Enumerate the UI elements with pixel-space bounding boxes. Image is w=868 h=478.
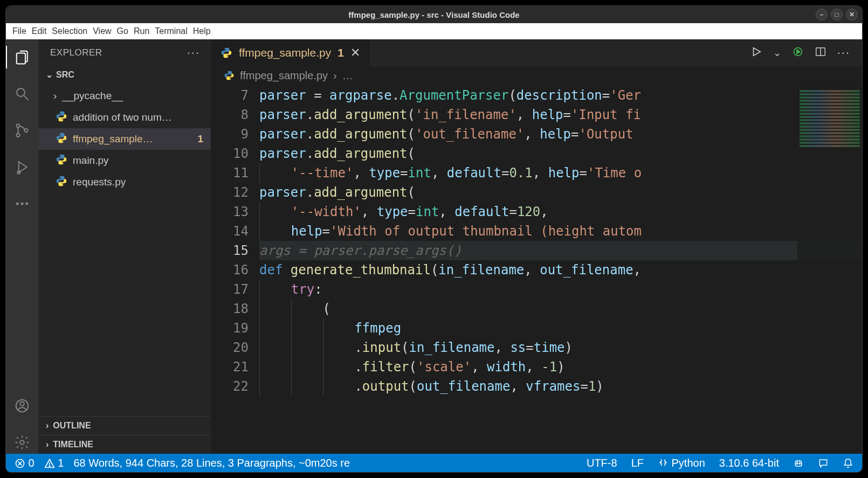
tree-file[interactable]: main.py (38, 150, 211, 171)
source-control-activity-icon[interactable] (6, 119, 38, 142)
run-debug-activity-icon[interactable] (6, 156, 38, 178)
breadcrumb-separator: › (333, 70, 337, 82)
tab-badge: 1 (337, 46, 344, 59)
tree-item-label: requests.py (73, 176, 211, 188)
maximize-button[interactable]: □ (831, 9, 843, 20)
menu-help[interactable]: Help (193, 26, 211, 36)
python-file-icon (56, 132, 67, 147)
coverage-icon[interactable] (792, 46, 804, 60)
feedback-icon[interactable] (818, 457, 829, 469)
tab-label: ffmpeg_sample.py (239, 46, 331, 59)
menu-go[interactable]: Go (117, 26, 128, 36)
status-doc-stats[interactable]: 68 Words, 944 Chars, 28 Lines, 3 Paragra… (73, 457, 350, 469)
title-bar[interactable]: ffmpeg_sample.py - src - Visual Studio C… (6, 6, 862, 23)
errors-count: 0 (29, 457, 35, 469)
status-bar: 0 1 68 Words, 944 Chars, 28 Lines, 3 Par… (6, 454, 862, 472)
minimap[interactable] (797, 85, 862, 454)
menu-file[interactable]: File (12, 26, 26, 36)
tree-item-label: main.py (73, 155, 211, 167)
python-file-icon (56, 110, 67, 125)
minimize-button[interactable]: – (816, 9, 828, 20)
explorer-activity-icon[interactable] (6, 46, 38, 68)
menu-terminal[interactable]: Terminal (155, 26, 187, 36)
python-file-icon (56, 154, 67, 168)
activity-bar (6, 39, 38, 454)
search-activity-icon[interactable] (6, 82, 38, 105)
chevron-down-icon: ⌄ (46, 70, 53, 80)
tree-item-label: addition of two num… (73, 112, 211, 123)
svg-point-11 (20, 402, 24, 406)
code-editor[interactable]: 78910111213141516171819202122 parser = a… (211, 85, 862, 454)
tree-file[interactable]: requests.py (38, 171, 211, 193)
status-encoding[interactable]: UTF-8 (587, 457, 617, 469)
python-file-icon (224, 70, 235, 81)
svg-marker-5 (19, 162, 27, 172)
tree-item-label: __pycache__ (62, 90, 211, 102)
editor-tab-ffmpeg[interactable]: ffmpeg_sample.py 1 ✕ (211, 39, 370, 66)
breadcrumb-file: ffmpeg_sample.py (240, 70, 328, 82)
file-tree: ›__pycache__addition of two num…ffmpeg_s… (38, 83, 211, 193)
status-eol[interactable]: LF (631, 457, 644, 469)
outline-section[interactable]: › OUTLINE (38, 416, 211, 435)
status-interpreter[interactable]: 3.10.6 64-bit (719, 457, 779, 469)
explorer-more-icon[interactable]: ··· (187, 46, 200, 60)
menu-run[interactable]: Run (134, 26, 149, 36)
status-errors[interactable]: 0 (15, 457, 35, 469)
code-content[interactable]: parser = argparse.ArgumentParser(descrip… (259, 85, 862, 454)
run-file-icon[interactable] (750, 46, 762, 60)
editor-more-icon[interactable]: ··· (837, 46, 850, 60)
svg-point-7 (16, 203, 19, 205)
breadcrumb-rest: … (342, 70, 353, 82)
chevron-right-icon: › (46, 440, 49, 449)
explorer-root-label: SRC (56, 70, 74, 80)
run-dropdown-icon[interactable]: ⌄ (773, 47, 781, 59)
timeline-section[interactable]: › TIMELINE (38, 435, 211, 454)
explorer-title: EXPLORER (50, 47, 102, 58)
menu-bar: FileEditSelectionViewGoRunTerminalHelp (6, 23, 862, 39)
svg-point-3 (16, 134, 19, 137)
svg-point-25 (799, 463, 801, 465)
editor-area: ffmpeg_sample.py 1 ✕ ⌄ ··· ffmpeg_sample… (211, 39, 862, 454)
status-language[interactable]: Python (658, 457, 705, 469)
chevron-right-icon: › (53, 90, 57, 102)
tab-bar: ffmpeg_sample.py 1 ✕ ⌄ ··· (211, 39, 862, 66)
svg-line-1 (24, 96, 29, 100)
split-editor-icon[interactable] (815, 46, 826, 60)
chevron-right-icon: › (46, 421, 49, 431)
explorer-sidebar: EXPLORER ··· ⌄ SRC ›__pycache__addition … (38, 39, 211, 454)
copilot-icon[interactable] (793, 457, 804, 469)
more-activity-icon[interactable] (6, 192, 38, 215)
notifications-icon[interactable] (843, 457, 853, 469)
accounts-activity-icon[interactable] (6, 394, 38, 417)
modified-badge: 1 (197, 133, 211, 145)
vscode-window: ffmpeg_sample.py - src - Visual Studio C… (5, 5, 863, 473)
python-file-icon (56, 175, 67, 190)
svg-point-12 (20, 440, 24, 445)
svg-point-0 (17, 88, 25, 96)
explorer-header: EXPLORER ··· (38, 39, 211, 66)
tree-file[interactable]: addition of two num… (38, 107, 211, 128)
settings-activity-icon[interactable] (6, 431, 38, 454)
status-warnings[interactable]: 1 (44, 457, 64, 469)
breadcrumb[interactable]: ffmpeg_sample.py › … (211, 66, 862, 85)
close-window-button[interactable]: ✕ (846, 9, 858, 20)
svg-marker-13 (753, 48, 760, 56)
svg-point-8 (21, 203, 24, 205)
language-label: Python (672, 457, 705, 469)
menu-edit[interactable]: Edit (32, 26, 47, 36)
tree-file[interactable]: ffmpeg_sample…1 (38, 128, 211, 150)
tree-folder[interactable]: ›__pycache__ (38, 85, 211, 107)
tree-item-label: ffmpeg_sample… (73, 133, 192, 145)
svg-point-2 (16, 124, 19, 127)
close-tab-icon[interactable]: ✕ (350, 46, 360, 60)
svg-point-24 (796, 463, 798, 465)
window-title: ffmpeg_sample.py - src - Visual Studio C… (348, 10, 519, 19)
explorer-root-header[interactable]: ⌄ SRC (38, 66, 211, 83)
menu-selection[interactable]: Selection (52, 26, 87, 36)
warnings-count: 1 (58, 457, 64, 469)
window-controls: – □ ✕ (816, 9, 858, 20)
menu-view[interactable]: View (93, 26, 111, 36)
svg-point-9 (25, 203, 28, 205)
workbench: EXPLORER ··· ⌄ SRC ›__pycache__addition … (6, 39, 862, 454)
python-file-icon (221, 47, 232, 59)
